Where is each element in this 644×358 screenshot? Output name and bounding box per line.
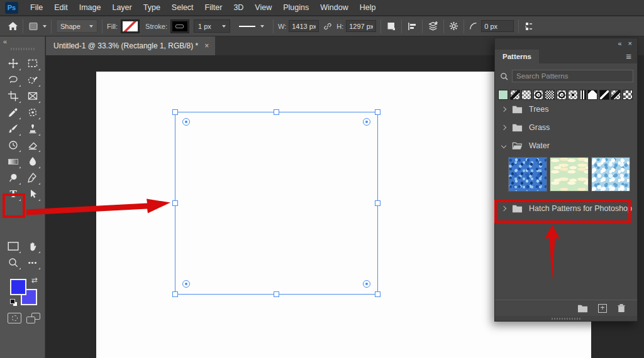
default-colors-icon[interactable] [10,299,18,306]
home-icon[interactable] [8,21,18,31]
new-group-icon[interactable] [577,304,588,313]
history-brush-tool[interactable] [5,138,21,153]
menu-item-layer[interactable]: Layer [106,0,137,16]
foreground-color-swatch[interactable] [10,279,26,295]
pattern-group-grass[interactable]: Grass [495,118,637,136]
gradient-tool[interactable] [5,154,21,169]
pattern-swatch-checkerboard[interactable] [521,90,531,100]
transform-handle-s[interactable] [274,291,279,297]
menu-item-edit[interactable]: Edit [48,0,74,16]
link-dimensions-icon[interactable] [323,21,333,31]
rectangular-marquee-tool[interactable] [25,56,41,71]
transform-handle-e[interactable] [375,200,380,206]
collapse-panel-icon[interactable]: « [618,40,621,47]
gear-icon[interactable] [448,21,459,31]
collapse-panel-icon[interactable]: « [3,38,7,45]
width-input[interactable] [289,20,319,32]
pattern-swatch-envelope[interactable] [587,90,597,100]
menu-item-plugins[interactable]: Plugins [277,0,314,16]
constraint-options-icon[interactable] [523,21,535,32]
pattern-thumbnail-green-water-caustics[interactable] [550,157,589,192]
pattern-swatch-diagonal-hatch[interactable] [510,90,520,100]
height-input[interactable] [346,20,376,32]
eyedropper-tool[interactable] [5,105,21,120]
pattern-swatch-square-outline[interactable] [533,90,543,100]
tool-mode-dropdown[interactable]: Shape [56,19,97,33]
patch-tool[interactable] [25,105,41,120]
eraser-tool[interactable] [25,138,41,153]
transform-handle-w[interactable] [172,200,178,206]
pattern-swatch-chevron-hatch[interactable] [611,90,621,100]
menu-item-filter[interactable]: Filter [199,0,228,16]
corner-radius-handle-se[interactable] [363,280,370,288]
crop-tool[interactable] [5,89,21,104]
tool-preset-button[interactable] [28,21,47,32]
panel-menu-icon[interactable]: ≡ [620,50,637,63]
menu-item-file[interactable]: File [25,0,48,16]
corner-radius-input[interactable] [481,20,514,32]
trash-icon[interactable] [617,303,626,313]
stroke-style-dropdown[interactable] [235,19,269,33]
pattern-swatch-green-water[interactable] [498,90,508,100]
rectangle-tool[interactable] [5,239,21,254]
edit-toolbar-icon[interactable]: ••• [25,255,41,270]
transform-handle-ne[interactable] [375,109,380,115]
transform-handle-nw[interactable] [172,109,178,115]
pattern-group-water[interactable]: Water [495,136,637,155]
folder-icon [512,105,523,114]
path-selection-tool[interactable] [25,187,41,202]
clone-stamp-tool[interactable] [25,121,41,136]
shape-transform-box[interactable] [175,112,378,295]
corner-radius-handle-sw[interactable] [182,280,190,288]
menu-item-select[interactable]: Select [166,0,199,16]
quick-mask-icon[interactable] [8,313,21,323]
pattern-thumbnail-light-blue-water-foam[interactable] [591,157,630,192]
pattern-group-trees[interactable]: Trees [495,100,637,118]
document-tab[interactable]: Untitled-1 @ 33.3% (Rectangle 1, RGB/8) … [46,36,215,55]
stroke-width-dropdown[interactable]: 1 px [194,19,230,33]
transform-handle-se[interactable] [375,291,380,297]
transform-handle-sw[interactable] [172,291,178,297]
frame-tool[interactable] [25,89,41,104]
screen-mode-icon[interactable] [26,313,40,323]
move-tool[interactable] [5,56,21,71]
pen-tool[interactable] [25,170,41,185]
blur-tool[interactable] [25,154,41,169]
pattern-swatch-black-diagonal[interactable] [599,90,609,100]
new-pattern-icon[interactable]: + [598,304,607,313]
pattern-swatch-fine-checkerboard[interactable] [623,90,633,100]
pattern-swatch-square-hatch[interactable] [568,90,578,100]
corner-radius-handle-ne[interactable] [363,118,370,126]
panel-resize-grip[interactable] [495,316,637,321]
stroke-swatch[interactable] [170,19,189,33]
zoom-tool[interactable] [5,255,21,270]
pattern-swatch-circle-hatch[interactable] [557,90,567,100]
pattern-swatch-dither[interactable] [545,90,555,100]
menu-item-help[interactable]: Help [354,0,382,16]
menu-item-image[interactable]: Image [74,0,107,16]
hand-tool[interactable] [25,239,41,254]
align-icon[interactable] [406,21,418,32]
brush-tool[interactable] [5,121,21,136]
swap-colors-icon[interactable]: ⇄ [31,276,38,285]
menu-item-type[interactable]: Type [138,0,166,16]
panel-grip[interactable] [11,48,35,50]
fill-swatch[interactable] [121,19,140,33]
pattern-thumbnail-blue-water-mosaic[interactable] [508,157,547,192]
menu-item-window[interactable]: Window [314,0,353,16]
object-selection-tool[interactable] [25,72,41,87]
search-patterns-input[interactable] [512,70,633,82]
lasso-tool[interactable] [5,72,21,87]
path-operations-icon[interactable] [386,21,397,32]
pattern-swatch-vertical-stripes[interactable] [580,90,586,100]
arrange-layers-icon[interactable] [427,20,439,32]
tab-patterns[interactable]: Patterns [495,50,539,63]
corner-radius-handle-nw[interactable] [182,118,190,126]
close-tab-icon[interactable]: × [204,41,209,50]
group-label: Grass [529,123,550,132]
close-panel-icon[interactable]: × [628,40,632,47]
transform-handle-n[interactable] [274,109,279,115]
menu-item-view[interactable]: View [249,0,277,16]
menu-item-3d[interactable]: 3D [228,0,249,16]
dodge-tool[interactable] [5,170,21,185]
